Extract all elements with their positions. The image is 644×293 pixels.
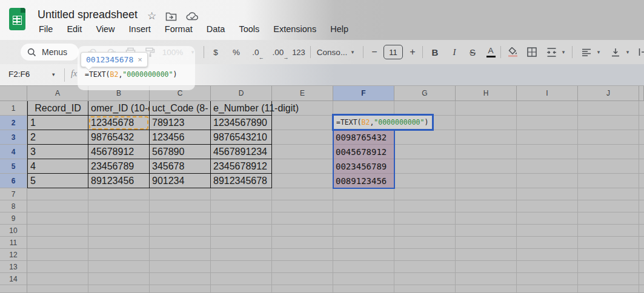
- cell-partial-4[interactable]: [639, 145, 644, 159]
- cell-E11[interactable]: [272, 237, 333, 249]
- cell-A10[interactable]: [27, 225, 88, 237]
- cell-A3[interactable]: 2: [27, 130, 88, 145]
- cell-E5[interactable]: [272, 159, 333, 174]
- cell-partial-6[interactable]: [639, 174, 644, 188]
- vertical-align-button[interactable]: [608, 45, 623, 59]
- cell-C1[interactable]: uct_Code (8-: [150, 101, 211, 116]
- increase-font-size-button[interactable]: +: [405, 45, 420, 59]
- cell-D3[interactable]: 9876543210: [211, 130, 272, 145]
- row-header-11[interactable]: 11: [0, 237, 27, 249]
- cell-D4[interactable]: 4567891234: [211, 145, 272, 159]
- cell-H3[interactable]: [456, 130, 517, 145]
- bold-button[interactable]: B: [428, 45, 442, 59]
- cell-partial-15[interactable]: [639, 285, 644, 293]
- cell-C3[interactable]: 123456: [150, 130, 211, 145]
- cell-A7[interactable]: [27, 188, 88, 200]
- cell-J6[interactable]: [578, 174, 639, 188]
- column-header-I[interactable]: I: [517, 86, 578, 101]
- cell-D12[interactable]: [211, 249, 272, 261]
- cell-H5[interactable]: [456, 159, 517, 174]
- cell-partial-7[interactable]: [639, 188, 644, 200]
- text-wrap-button[interactable]: [636, 45, 644, 59]
- cell-D10[interactable]: [211, 225, 272, 237]
- strikethrough-button[interactable]: S: [465, 45, 480, 59]
- cell-J5[interactable]: [578, 159, 639, 174]
- star-icon[interactable]: ☆: [147, 10, 156, 22]
- cell-G13[interactable]: [394, 261, 456, 273]
- cell-B3[interactable]: 98765432: [88, 130, 150, 145]
- row-header-8[interactable]: 8: [0, 200, 27, 212]
- cell-G10[interactable]: [394, 225, 456, 237]
- cell-J8[interactable]: [578, 200, 639, 212]
- menus-search-pill[interactable]: Menus: [21, 44, 79, 61]
- cell-B10[interactable]: [88, 225, 150, 237]
- cell-partial-10[interactable]: [639, 225, 644, 237]
- cell-G12[interactable]: [394, 249, 456, 261]
- cell-H7[interactable]: [456, 188, 517, 200]
- cell-I1[interactable]: [517, 101, 578, 116]
- cell-A12[interactable]: [27, 249, 88, 261]
- cell-C10[interactable]: [150, 225, 211, 237]
- cell-B2[interactable]: 12345678: [88, 116, 150, 130]
- menu-extensions[interactable]: Extensions: [271, 23, 318, 35]
- row-header-9[interactable]: 9: [0, 212, 27, 225]
- cell-C2[interactable]: 789123: [150, 116, 211, 130]
- cell-B15[interactable]: [88, 285, 150, 293]
- menu-insert[interactable]: Insert: [127, 23, 153, 35]
- cell-C8[interactable]: [150, 200, 211, 212]
- cell-partial-8[interactable]: [639, 200, 644, 212]
- cell-H8[interactable]: [456, 200, 517, 212]
- cell-J4[interactable]: [578, 145, 639, 159]
- cell-B4[interactable]: 45678912: [88, 145, 150, 159]
- cell-F9[interactable]: [333, 212, 394, 225]
- cell-A6[interactable]: 5: [27, 174, 88, 188]
- font-size-input[interactable]: 11: [383, 45, 403, 59]
- cell-F7[interactable]: [333, 188, 394, 200]
- cell-C7[interactable]: [150, 188, 211, 200]
- cell-D14[interactable]: [211, 273, 272, 285]
- cell-C4[interactable]: 567890: [150, 145, 211, 159]
- cell-H12[interactable]: [456, 249, 517, 261]
- cell-F14[interactable]: [333, 273, 394, 285]
- cell-D2[interactable]: 1234567890: [211, 116, 272, 130]
- cell-partial-5[interactable]: [639, 159, 644, 174]
- cell-E13[interactable]: [272, 261, 333, 273]
- cell-C12[interactable]: [150, 249, 211, 261]
- cell-A11[interactable]: [27, 237, 88, 249]
- cell-F12[interactable]: [333, 249, 394, 261]
- cell-A1[interactable]: Record_ID: [27, 101, 88, 116]
- menu-format[interactable]: Format: [163, 23, 194, 35]
- cell-I7[interactable]: [517, 188, 578, 200]
- row-header-4[interactable]: 4: [0, 145, 27, 159]
- row-header-13[interactable]: 13: [0, 261, 27, 273]
- cell-I8[interactable]: [517, 200, 578, 212]
- cell-B14[interactable]: [88, 273, 150, 285]
- sheets-logo[interactable]: [9, 8, 25, 30]
- decrease-font-size-button[interactable]: −: [367, 45, 382, 59]
- name-box[interactable]: F2:F6: [8, 70, 30, 79]
- cell-E15[interactable]: [272, 285, 333, 293]
- increase-decimal-button[interactable]: .00→: [270, 45, 287, 59]
- cell-E14[interactable]: [272, 273, 333, 285]
- menu-edit[interactable]: Edit: [65, 23, 84, 35]
- cell-partial-2[interactable]: [639, 116, 644, 130]
- cell-H2[interactable]: [456, 116, 517, 130]
- row-header-5[interactable]: 5: [0, 159, 27, 174]
- cell-A13[interactable]: [27, 261, 88, 273]
- merge-cells-button[interactable]: [544, 45, 559, 59]
- cell-D7[interactable]: [211, 188, 272, 200]
- fill-color-button[interactable]: [505, 45, 520, 59]
- cell-partial-3[interactable]: [639, 130, 644, 145]
- cell-partial-12[interactable]: [639, 249, 644, 261]
- cell-D6[interactable]: 8912345678: [211, 174, 272, 188]
- cell-J2[interactable]: [578, 116, 639, 130]
- cell-H1[interactable]: [456, 101, 517, 116]
- cell-C6[interactable]: 901234: [150, 174, 211, 188]
- column-header-partial[interactable]: [639, 86, 644, 101]
- cell-I6[interactable]: [517, 174, 578, 188]
- menu-file[interactable]: File: [37, 23, 55, 35]
- cell-G15[interactable]: [394, 285, 456, 293]
- row-header-3[interactable]: 3: [0, 130, 27, 145]
- cell-I2[interactable]: [517, 116, 578, 130]
- cell-G5[interactable]: [394, 159, 456, 174]
